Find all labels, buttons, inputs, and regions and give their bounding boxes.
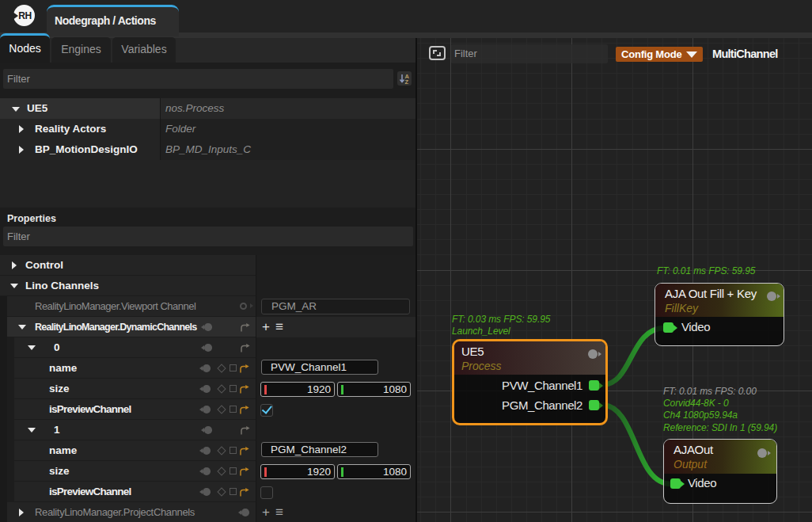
- svg-text:Z: Z: [405, 78, 409, 86]
